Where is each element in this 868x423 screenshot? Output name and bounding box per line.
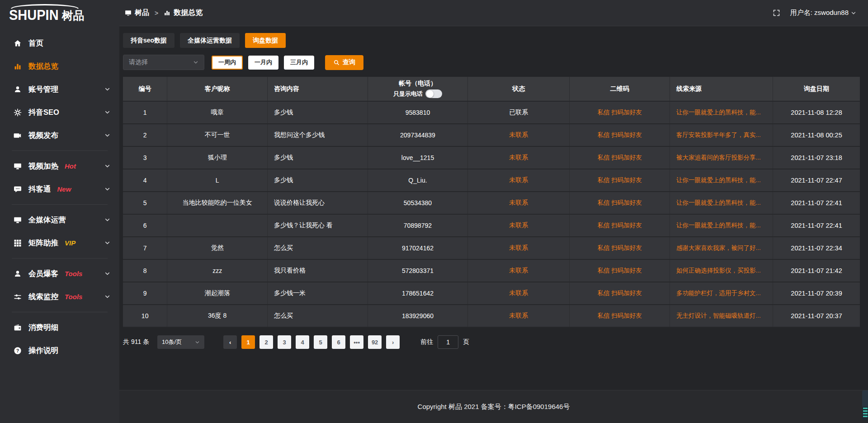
sidebar-item-account-management[interactable]: 账号管理	[0, 78, 119, 101]
question-icon: ?	[14, 347, 22, 355]
sidebar-item-operation-guide[interactable]: ?操作说明	[0, 339, 119, 362]
status-badge: 未联系	[468, 124, 570, 146]
breadcrumb-separator: >	[155, 9, 158, 17]
source-link[interactable]: 如何正确选择投影仪，买投影...	[670, 259, 773, 282]
status-badge: 未联系	[468, 259, 570, 282]
cell-account: 70898792	[368, 214, 468, 237]
cell-no: 9	[123, 282, 167, 305]
sidebar-item-matrix-boost[interactable]: 矩阵助推VIP	[0, 231, 119, 254]
tab-douyin-seo-data[interactable]: 抖音seo数据	[123, 33, 175, 48]
cell-content: 多少钱？让我死心 看	[267, 214, 368, 237]
username-menu[interactable]: 用户名: zswodun88	[790, 9, 856, 17]
cell-content: 多少钱	[267, 101, 368, 124]
chevron-down-icon	[104, 186, 110, 192]
sidebar-item-clue-monitor[interactable]: 线索监控Tools	[0, 285, 119, 308]
filter-select[interactable]: 请选择	[123, 55, 204, 70]
qrcode-link[interactable]: 私信 扫码加好友	[597, 199, 642, 206]
cell-no: 10	[123, 305, 167, 327]
sidebar-item-label: 抖音SEO	[28, 108, 59, 118]
sidebar-item-omnimedia-operation[interactable]: 全媒体运营	[0, 208, 119, 231]
source-link[interactable]: 多功能护栏灯，适用于乡村文...	[670, 282, 773, 305]
page-ellipsis[interactable]: •••	[350, 335, 363, 349]
qrcode-link[interactable]: 私信 扫码加好友	[597, 109, 642, 116]
qrcode-link[interactable]: 私信 扫码加好友	[597, 312, 642, 319]
breadcrumb-item-shupin[interactable]: 树品	[125, 8, 149, 18]
sidebar-item-douketong[interactable]: 抖客通New	[0, 178, 119, 201]
cell-nickname: zzz	[167, 259, 268, 282]
logo-text-cn: 树品	[62, 10, 85, 21]
page-buttons: 123456•••92	[237, 335, 382, 349]
cell-date: 2021-11-07 23:18	[773, 146, 860, 169]
cell-no: 3	[123, 146, 167, 169]
qrcode-link[interactable]: 私信 扫码加好友	[597, 132, 642, 138]
period-button-one-week[interactable]: 一周内	[212, 56, 243, 70]
sidebar-item-home[interactable]: 首页	[0, 32, 119, 55]
source-link[interactable]: 让你一眼就爱上的黑科技，能...	[670, 101, 773, 124]
user-icon	[14, 85, 22, 94]
page-button-2[interactable]: 2	[259, 335, 273, 349]
username-label: 用户名: zswodun88	[790, 9, 849, 17]
jump-page-input[interactable]	[438, 335, 458, 349]
source-link[interactable]: 让你一眼就爱上的黑科技，能...	[670, 214, 773, 237]
app-logo[interactable]: SHUPIN 树品	[0, 0, 119, 26]
sidebar-item-label: 视频加热	[28, 161, 58, 171]
monitor-icon	[125, 9, 132, 16]
cell-date: 2021-11-07 21:42	[773, 259, 860, 282]
screen-icon	[14, 216, 22, 224]
page-size-select[interactable]: 10条/页	[157, 335, 204, 349]
sidebar-item-label: 全媒体运营	[28, 215, 66, 225]
sidebar-item-data-overview[interactable]: 数据总览	[0, 55, 119, 78]
qrcode-link[interactable]: 私信 扫码加好友	[597, 154, 642, 161]
cell-account: 572803371	[368, 259, 468, 282]
source-link[interactable]: 让你一眼就爱上的黑科技，能...	[670, 169, 773, 192]
qrcode-link[interactable]: 私信 扫码加好友	[597, 222, 642, 229]
sidebar-item-video-publish[interactable]: 视频发布	[0, 124, 119, 147]
qrcode-link[interactable]: 私信 扫码加好友	[597, 244, 642, 251]
source-link[interactable]: 被大家追着问的客厅投影分享...	[670, 146, 773, 169]
source-link[interactable]: 无主灯设计，智能磁吸轨道灯...	[670, 305, 773, 327]
page-jump: 前往 页	[420, 335, 469, 349]
page-button-3[interactable]: 3	[278, 335, 291, 349]
qrcode-link[interactable]: 私信 扫码加好友	[597, 177, 642, 183]
cell-nickname: 狐小理	[167, 146, 268, 169]
sidebar-item-label: 线索监控	[28, 292, 58, 302]
page-button-92[interactable]: 92	[368, 335, 382, 349]
prev-page-button[interactable]: ‹	[223, 335, 237, 349]
sidebar-item-consumption-detail[interactable]: 消费明细	[0, 316, 119, 339]
period-button-one-month[interactable]: 一月内	[248, 56, 278, 70]
sidebar-item-member-baoke[interactable]: 会员爆客Tools	[0, 262, 119, 285]
breadcrumb: 树品>数据总览	[125, 8, 203, 18]
tab-omnimedia-data[interactable]: 全媒体运营数据	[180, 33, 240, 48]
sidebar-divider	[12, 204, 108, 205]
query-button[interactable]: 查询	[325, 55, 363, 70]
sidebar-item-douyin-seo[interactable]: 抖音SEO	[0, 101, 119, 124]
period-buttons: 一周内一月内三月内	[212, 56, 320, 70]
page-button-1[interactable]: 1	[241, 335, 255, 349]
tab-inquiry-data[interactable]: 询盘数据	[245, 33, 286, 48]
next-page-button[interactable]: ›	[386, 335, 400, 349]
breadcrumb-item-data-overview[interactable]: 数据总览	[164, 8, 203, 18]
sliders-icon	[14, 293, 22, 301]
page-button-4[interactable]: 4	[296, 335, 309, 349]
source-link[interactable]: 感谢大家喜欢我家，被问了好...	[670, 237, 773, 259]
status-badge: 未联系	[468, 169, 570, 192]
grid-icon	[14, 239, 22, 247]
cell-account: 183929060	[368, 305, 468, 327]
page-button-5[interactable]: 5	[314, 335, 327, 349]
cell-date: 2021-11-07 22:34	[773, 237, 860, 259]
status-badge: 未联系	[468, 192, 570, 214]
qrcode-link[interactable]: 私信 扫码加好友	[597, 290, 642, 296]
source-link[interactable]: 让你一眼就爱上的黑科技，能...	[670, 192, 773, 214]
phone-only-toggle[interactable]	[425, 89, 442, 98]
cell-content: 说说价格让我死心	[267, 192, 368, 214]
fullscreen-icon[interactable]	[773, 9, 780, 17]
status-badge: 未联系	[468, 146, 570, 169]
page-button-6[interactable]: 6	[332, 335, 345, 349]
sidebar-nav: 首页数据总览账号管理抖音SEO视频发布视频加热Hot抖客通New全媒体运营矩阵助…	[0, 26, 119, 362]
period-button-three-months[interactable]: 三月内	[284, 56, 314, 70]
table-row: 4L多少钱Q_Liu.未联系私信 扫码加好友让你一眼就爱上的黑科技，能...20…	[123, 169, 860, 192]
qrcode-link[interactable]: 私信 扫码加好友	[597, 267, 642, 274]
source-link[interactable]: 客厅安装投影半年多了，真实...	[670, 124, 773, 146]
status-badge: 未联系	[468, 237, 570, 259]
sidebar-item-video-heating[interactable]: 视频加热Hot	[0, 155, 119, 178]
